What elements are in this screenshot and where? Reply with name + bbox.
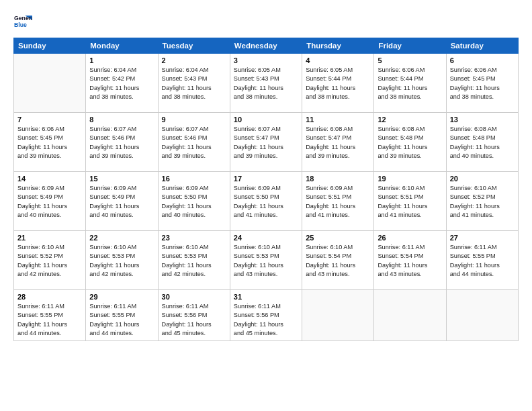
cell-line: Sunset: 5:55 PM — [17, 311, 82, 320]
cell-line: Daylight: 11 hours — [306, 202, 370, 211]
cell-line: Daylight: 11 hours — [234, 320, 298, 329]
cell-line: Sunrise: 6:11 AM — [89, 302, 154, 311]
day-number: 14 — [17, 175, 82, 183]
day-number: 12 — [378, 116, 442, 124]
cell-line: and 38 minutes. — [306, 93, 370, 101]
cell-line: and 38 minutes. — [162, 93, 226, 101]
cell-line: Sunset: 5:43 PM — [162, 75, 226, 83]
cell-line: and 45 minutes. — [162, 329, 226, 338]
cell-line: Daylight: 11 hours — [89, 202, 154, 211]
day-cell: 13Sunrise: 6:08 AMSunset: 5:48 PMDayligh… — [446, 113, 518, 172]
day-cell: 24Sunrise: 6:10 AMSunset: 5:53 PMDayligh… — [230, 231, 302, 290]
day-cell: 28Sunrise: 6:11 AMSunset: 5:55 PMDayligh… — [14, 290, 86, 341]
day-number: 24 — [234, 234, 298, 242]
cell-line: Sunset: 5:50 PM — [234, 193, 298, 201]
day-cell: 6Sunrise: 6:06 AMSunset: 5:45 PMDaylight… — [446, 54, 518, 113]
cell-line: Sunset: 5:55 PM — [450, 252, 515, 261]
cell-line: Sunrise: 6:06 AM — [17, 125, 82, 134]
day-cell: 7Sunrise: 6:06 AMSunset: 5:45 PMDaylight… — [14, 113, 86, 172]
day-cell: 30Sunrise: 6:11 AMSunset: 5:56 PMDayligh… — [158, 290, 230, 341]
cell-line: Sunset: 5:52 PM — [17, 252, 82, 261]
cell-line: Sunrise: 6:09 AM — [306, 184, 370, 193]
cell-line: and 41 minutes. — [450, 211, 515, 220]
cell-line: and 39 minutes. — [89, 152, 154, 161]
col-header-wednesday: Wednesday — [230, 38, 302, 54]
cell-line: Daylight: 11 hours — [17, 261, 82, 270]
cell-line: and 39 minutes. — [17, 152, 82, 161]
day-cell: 14Sunrise: 6:09 AMSunset: 5:49 PMDayligh… — [14, 172, 86, 231]
cell-line: Sunrise: 6:10 AM — [378, 184, 442, 193]
cell-line: Sunrise: 6:11 AM — [378, 243, 442, 252]
day-cell: 10Sunrise: 6:07 AMSunset: 5:47 PMDayligh… — [230, 113, 302, 172]
day-cell: 20Sunrise: 6:10 AMSunset: 5:52 PMDayligh… — [446, 172, 518, 231]
day-number: 23 — [162, 234, 226, 242]
day-cell: 12Sunrise: 6:08 AMSunset: 5:48 PMDayligh… — [374, 113, 446, 172]
day-number: 13 — [450, 116, 515, 124]
cell-line: and 38 minutes. — [234, 93, 298, 101]
cell-line: Daylight: 11 hours — [450, 84, 515, 93]
cell-line: Daylight: 11 hours — [162, 84, 226, 93]
cell-line: Daylight: 11 hours — [450, 143, 515, 152]
cell-line: Sunrise: 6:09 AM — [162, 184, 226, 193]
cell-line: Sunset: 5:56 PM — [162, 311, 226, 320]
day-cell — [14, 54, 86, 113]
day-cell: 16Sunrise: 6:09 AMSunset: 5:50 PMDayligh… — [158, 172, 230, 231]
column-header-row: SundayMondayTuesdayWednesdayThursdayFrid… — [14, 38, 519, 54]
cell-line: and 39 minutes. — [378, 152, 442, 161]
day-number: 3 — [234, 56, 298, 64]
svg-text:Blue: Blue — [14, 21, 27, 28]
cell-line: Daylight: 11 hours — [234, 84, 298, 93]
cell-line: Daylight: 11 hours — [162, 143, 226, 152]
col-header-sunday: Sunday — [14, 38, 86, 54]
cell-line: and 40 minutes. — [162, 211, 226, 220]
cell-line: Sunset: 5:48 PM — [378, 134, 442, 142]
day-cell: 19Sunrise: 6:10 AMSunset: 5:51 PMDayligh… — [374, 172, 446, 231]
cell-line: and 39 minutes. — [162, 152, 226, 161]
day-cell: 27Sunrise: 6:11 AMSunset: 5:55 PMDayligh… — [446, 231, 518, 290]
cell-line: Sunset: 5:50 PM — [162, 193, 226, 201]
cell-line: Sunrise: 6:07 AM — [162, 125, 226, 134]
logo: General Blue — [13, 12, 32, 31]
col-header-monday: Monday — [86, 38, 158, 54]
cell-line: Daylight: 11 hours — [378, 84, 442, 93]
cell-line: and 40 minutes. — [17, 211, 82, 220]
day-number: 15 — [89, 175, 154, 183]
day-number: 6 — [450, 56, 515, 64]
day-cell: 31Sunrise: 6:11 AMSunset: 5:56 PMDayligh… — [230, 290, 302, 341]
cell-line: Sunset: 5:45 PM — [450, 75, 515, 83]
week-row-2: 7Sunrise: 6:06 AMSunset: 5:45 PMDaylight… — [14, 113, 519, 172]
cell-line: Daylight: 11 hours — [17, 202, 82, 211]
col-header-tuesday: Tuesday — [158, 38, 230, 54]
cell-line: and 39 minutes. — [306, 152, 370, 161]
day-cell: 4Sunrise: 6:05 AMSunset: 5:44 PMDaylight… — [302, 54, 374, 113]
cell-line: Sunset: 5:49 PM — [17, 193, 82, 201]
cell-line: and 43 minutes. — [378, 270, 442, 279]
day-cell: 2Sunrise: 6:04 AMSunset: 5:43 PMDaylight… — [158, 54, 230, 113]
cell-line: Daylight: 11 hours — [162, 202, 226, 211]
day-number: 11 — [306, 116, 370, 124]
cell-line: Sunset: 5:47 PM — [234, 134, 298, 142]
day-cell: 9Sunrise: 6:07 AMSunset: 5:46 PMDaylight… — [158, 113, 230, 172]
cell-line: Sunset: 5:44 PM — [378, 75, 442, 83]
day-number: 1 — [89, 56, 154, 64]
col-header-saturday: Saturday — [446, 38, 518, 54]
cell-line: and 38 minutes. — [450, 93, 515, 101]
day-cell: 8Sunrise: 6:07 AMSunset: 5:46 PMDaylight… — [86, 113, 158, 172]
cell-line: Sunrise: 6:10 AM — [306, 243, 370, 252]
cell-line: and 45 minutes. — [234, 329, 298, 338]
cell-line: Daylight: 11 hours — [89, 261, 154, 270]
day-cell — [302, 290, 374, 341]
day-number: 29 — [89, 293, 154, 301]
cell-line: and 44 minutes. — [450, 270, 515, 279]
logo-icon: General Blue — [13, 12, 32, 31]
day-number: 5 — [378, 56, 442, 64]
day-number: 16 — [162, 175, 226, 183]
cell-line: and 42 minutes. — [17, 270, 82, 279]
cell-line: Daylight: 11 hours — [17, 143, 82, 152]
cell-line: Sunset: 5:55 PM — [89, 311, 154, 320]
cell-line: Daylight: 11 hours — [378, 143, 442, 152]
cell-line: and 43 minutes. — [234, 270, 298, 279]
cell-line: Daylight: 11 hours — [89, 84, 154, 93]
day-cell — [446, 290, 518, 341]
day-cell: 21Sunrise: 6:10 AMSunset: 5:52 PMDayligh… — [14, 231, 86, 290]
